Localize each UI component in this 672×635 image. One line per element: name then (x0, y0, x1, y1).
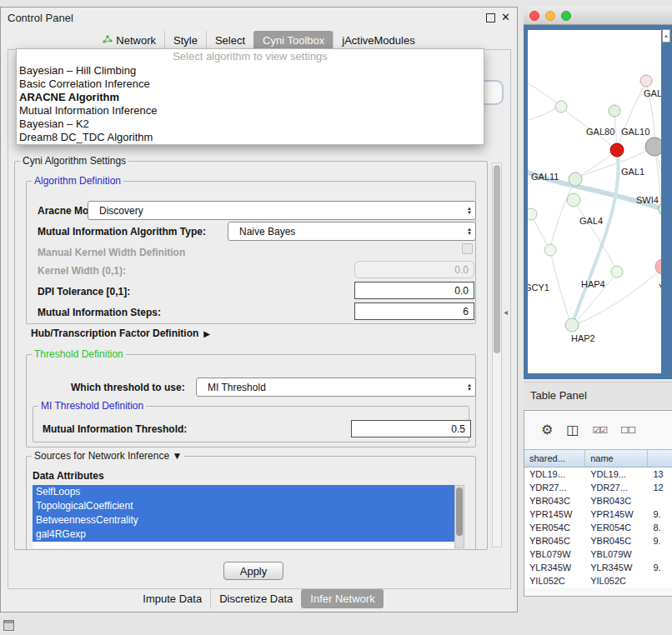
dpi-tolerance-label: DPI Tolerance [0,1]: (38, 286, 130, 298)
table-row[interactable]: YDL19... YDL19... 13 (524, 468, 672, 481)
table-toolbar: ⚙ ◫ ☑☑ ☐☐ (524, 411, 672, 449)
algorithm-option[interactable]: Basic Correlation Inference (17, 78, 484, 91)
columns-icon[interactable]: ◫ (566, 423, 579, 437)
node-label: GCY1 (528, 282, 549, 292)
network-node[interactable] (565, 318, 579, 332)
close-traffic-light[interactable] (529, 11, 539, 21)
column-header[interactable] (648, 450, 672, 467)
gear-icon[interactable]: ⚙ (541, 423, 553, 437)
tab-style[interactable]: Style (164, 31, 206, 50)
algorithm-option[interactable]: Dream8 DC_TDC Algorithm (17, 131, 484, 144)
attributes-scrollbar[interactable] (454, 485, 464, 548)
network-node[interactable] (569, 172, 582, 186)
table-row[interactable]: YER054C YER054C 8. (524, 521, 672, 534)
sources-toggle[interactable]: Sources for Network Inference ▼ (32, 450, 184, 462)
float-window-icon[interactable] (486, 13, 495, 22)
mi-algorithm-type-select[interactable]: Naive Bayes ▲▼ (228, 222, 476, 241)
network-icon (103, 34, 113, 47)
table-row[interactable]: YLR345W YLR345W 9. (524, 561, 672, 574)
apply-button[interactable]: Apply (223, 562, 283, 580)
algorithm-dropdown-popup: Select algorithm to view settings Bayesi… (16, 48, 484, 145)
tab-discretize-data[interactable]: Discretize Data (210, 589, 301, 608)
attribute-item[interactable]: gal4RGexp (33, 528, 454, 542)
minimize-traffic-light[interactable] (545, 11, 555, 21)
node-label: HAP4 (581, 279, 605, 289)
close-icon[interactable]: ✕ (501, 12, 510, 22)
group-title: Threshold Definition (32, 348, 126, 360)
algorithm-option-selected[interactable]: ARACNE Algorithm (17, 91, 484, 104)
group-title: Algorithm Definition (32, 175, 123, 187)
which-threshold-select[interactable]: MI Threshold ▲▼ (196, 378, 476, 397)
settings-scrollbar-thumb[interactable] (494, 165, 500, 353)
network-graph[interactable]: GAL GAL80 GAL10 GAL11 GAL1 SWI4 GAL4 GCY… (528, 30, 661, 373)
node-label: Y (659, 282, 661, 292)
tab-impute-data[interactable]: Impute Data (134, 589, 210, 608)
mi-steps-label: Mutual Information Steps: (38, 307, 161, 318)
column-header[interactable]: shared... (524, 450, 585, 467)
network-node[interactable] (555, 101, 567, 112)
network-node[interactable] (645, 138, 661, 156)
table-panel-titlebar: Table Panel (524, 382, 672, 408)
network-node[interactable] (611, 266, 623, 278)
network-node[interactable] (659, 201, 661, 218)
table-body[interactable]: YDL19... YDL19... 13 YDR27... YDR27... 1… (524, 468, 672, 588)
tab-cyni-toolbox[interactable]: Cyni Toolbox (253, 31, 333, 50)
dpi-tolerance-field[interactable]: 0.0 (354, 282, 474, 299)
algorithm-option[interactable]: Mutual Information Inference (17, 104, 484, 118)
network-node-pink[interactable] (655, 259, 661, 274)
table-row[interactable]: YPR145W YPR145W 9. (524, 508, 672, 521)
algorithm-option[interactable]: Bayesian – Hill Climbing (17, 64, 484, 78)
column-header[interactable]: name (585, 450, 648, 467)
network-canvas[interactable]: GAL GAL80 GAL10 GAL11 GAL1 SWI4 GAL4 GCY… (528, 30, 661, 373)
table-row[interactable]: YBR043C YBR043C (524, 494, 672, 508)
hub-definition-toggle[interactable]: Hub/Transcription Factor Definition▶ (31, 328, 210, 340)
network-node[interactable] (544, 244, 556, 256)
control-panel-tabbar: Network Style Select Cyni Toolbox jActiv… (1, 31, 517, 50)
mi-steps-field[interactable]: 6 (354, 302, 474, 320)
node-label: GAL10 (621, 127, 649, 137)
table-row[interactable]: YBR045C YBR045C 9. (524, 534, 672, 548)
data-attributes-list[interactable]: SelfLoops TopologicalCoefficient Between… (33, 485, 464, 548)
attribute-item[interactable]: TopologicalCoefficient (33, 499, 454, 513)
mi-threshold-label: Mutual Information Threshold: (43, 423, 187, 435)
manual-kernel-width-checkbox[interactable] (462, 243, 473, 254)
table-row[interactable]: YDR27... YDR27... 12 (524, 481, 672, 494)
combo-arrows-icon: ▲▼ (467, 207, 472, 215)
chevron-right-icon: ▶ (203, 329, 210, 338)
network-node[interactable] (528, 208, 537, 220)
combo-arrows-icon: ▲▼ (467, 383, 472, 392)
network-window-titlebar (524, 7, 672, 25)
node-label: HAP2 (571, 333, 595, 343)
network-node[interactable] (640, 75, 652, 87)
kernel-width-field[interactable]: 0.0 (354, 261, 474, 278)
clear-all-checkboxes-icon[interactable]: ☐☐ (620, 423, 635, 437)
attribute-item[interactable]: BetweennessCentrality (33, 513, 454, 528)
chevron-down-icon: ▼ (172, 450, 182, 462)
group-title: MI Threshold Definition (38, 400, 146, 412)
network-scrollbar[interactable]: ▲ (662, 29, 670, 42)
network-node[interactable] (609, 105, 620, 117)
algorithm-combobox[interactable] (482, 80, 504, 105)
tab-infer-network[interactable]: Infer Network (301, 589, 383, 608)
zoom-traffic-light[interactable] (561, 11, 571, 21)
tab-network[interactable]: Network (94, 31, 164, 50)
combo-arrows-icon: ▲▼ (467, 228, 472, 236)
network-node-red[interactable] (610, 143, 624, 157)
tab-select[interactable]: Select (206, 31, 253, 50)
table-row[interactable]: YIL052C YIL052C (524, 574, 672, 588)
panel-splitter-arrow-icon[interactable]: ◂ (504, 308, 508, 317)
attributes-scrollbar-thumb[interactable] (456, 488, 463, 536)
algorithm-option[interactable]: Bayesian – K2 (17, 118, 484, 131)
data-attributes-label: Data Attributes (33, 470, 104, 482)
aracne-mode-select[interactable]: Discovery ▲▼ (88, 201, 476, 220)
network-view-window: GAL GAL80 GAL10 GAL11 GAL1 SWI4 GAL4 GCY… (524, 7, 672, 379)
tab-jactivemodules[interactable]: jActiveModules (333, 31, 423, 50)
attribute-item[interactable]: SelfLoops (33, 485, 454, 499)
network-node[interactable] (567, 193, 580, 207)
dock-window-icon[interactable] (3, 620, 14, 631)
table-row[interactable]: YBL079W YBL079W (524, 548, 672, 561)
bottom-tabbar: Impute Data Discretize Data Infer Networ… (1, 589, 517, 608)
settings-scrollbar[interactable] (492, 162, 502, 548)
select-all-checkboxes-icon[interactable]: ☑☑ (592, 423, 607, 437)
mi-threshold-field[interactable]: 0.5 (351, 420, 471, 438)
